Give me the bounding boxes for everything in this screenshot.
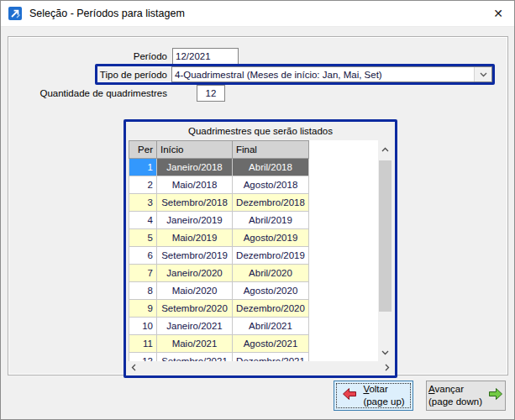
- cell-final[interactable]: Agosto/2019: [233, 229, 309, 247]
- cell-inicio[interactable]: Maio/2018: [157, 176, 233, 194]
- cell-per[interactable]: 1: [129, 159, 157, 176]
- cell-final[interactable]: Agosto/2020: [233, 282, 309, 300]
- periodo-input[interactable]: [172, 48, 239, 65]
- quadrimestres-panel: Quadrimestres que serão listados Per Iní…: [123, 119, 397, 378]
- back-arrow-icon: [342, 387, 357, 404]
- vertical-scrollbar[interactable]: [378, 140, 392, 361]
- cell-final[interactable]: Agosto/2018: [233, 176, 309, 194]
- horizontal-scrollbar[interactable]: [129, 361, 392, 374]
- cell-per[interactable]: 7: [129, 265, 157, 282]
- avancar-button[interactable]: Avançar (page down): [426, 381, 506, 411]
- content-frame: Período Tipo de período 4-Quadrimestral …: [8, 36, 508, 375]
- table-body: 1Janeiro/2018Abril/20182Maio/2018Agosto/…: [129, 159, 309, 361]
- cell-inicio[interactable]: Setembro/2021: [157, 353, 233, 361]
- voltar-sublabel: (page up): [363, 396, 404, 408]
- quantidade-input[interactable]: [197, 85, 225, 102]
- forward-arrow-icon: [488, 387, 503, 404]
- table-row[interactable]: 5Maio/2019Agosto/2019: [129, 229, 309, 247]
- cell-per[interactable]: 5: [129, 229, 157, 247]
- periodo-label: Período: [8, 48, 167, 65]
- tipo-periodo-dropdown[interactable]: 4-Quadrimestral (Meses de início: Jan, M…: [171, 66, 492, 82]
- grid-header: Per Início Final: [129, 140, 309, 159]
- cell-inicio[interactable]: Maio/2020: [157, 282, 233, 300]
- cell-inicio[interactable]: Setembro/2019: [157, 247, 233, 265]
- dialog-selecao-periodos: Seleção - Períodos para listagem ✕ Perío…: [0, 0, 515, 420]
- table-row[interactable]: 2Maio/2018Agosto/2018: [129, 176, 309, 194]
- window-title: Seleção - Períodos para listagem: [29, 8, 185, 19]
- chevron-down-icon[interactable]: [474, 67, 491, 81]
- tipo-periodo-label: Tipo de período: [97, 70, 171, 80]
- table-row[interactable]: 11Maio/2021Agosto/2021: [129, 335, 309, 353]
- app-chart-icon: [8, 7, 22, 20]
- cell-final[interactable]: Abril/2020: [233, 265, 309, 282]
- cell-inicio[interactable]: Setembro/2018: [157, 194, 233, 212]
- cell-per[interactable]: 10: [129, 318, 157, 335]
- grid-clip: Per Início Final 1Janeiro/2018Abril/2018…: [129, 140, 378, 361]
- scroll-down-icon[interactable]: [378, 345, 392, 360]
- table-row[interactable]: 9Setembro/2020Dezembro/2020: [129, 300, 309, 318]
- cell-per[interactable]: 12: [129, 353, 157, 361]
- cell-inicio[interactable]: Maio/2019: [157, 229, 233, 247]
- cell-final[interactable]: Dezembro/2018: [233, 194, 309, 212]
- voltar-button[interactable]: Voltar (page up): [334, 381, 413, 411]
- cell-inicio[interactable]: Janeiro/2020: [157, 265, 233, 282]
- col-header-per[interactable]: Per: [129, 140, 157, 159]
- cell-per[interactable]: 4: [129, 212, 157, 229]
- cell-final[interactable]: Abril/2018: [233, 159, 309, 176]
- quantidade-label: Quantidade de quadrimestres: [8, 85, 167, 102]
- avancar-sublabel: (page down): [428, 396, 482, 408]
- titlebar: Seleção - Períodos para listagem ✕: [1, 1, 514, 27]
- cell-final[interactable]: Abril/2021: [233, 318, 309, 335]
- col-header-inicio[interactable]: Início: [157, 140, 233, 159]
- grid-viewport: Per Início Final 1Janeiro/2018Abril/2018…: [129, 140, 392, 361]
- cell-per[interactable]: 8: [129, 282, 157, 300]
- scroll-up-icon[interactable]: [378, 142, 392, 156]
- table-row[interactable]: 4Janeiro/2019Abril/2019: [129, 212, 309, 229]
- table-row[interactable]: 3Setembro/2018Dezembro/2018: [129, 194, 309, 212]
- cell-final[interactable]: Agosto/2021: [233, 335, 309, 353]
- cell-per[interactable]: 2: [129, 176, 157, 194]
- vertical-scroll-thumb[interactable]: [379, 160, 392, 312]
- cell-final[interactable]: Dezembro/2019: [233, 247, 309, 265]
- table-row[interactable]: 8Maio/2020Agosto/2020: [129, 282, 309, 300]
- tipo-periodo-value: 4-Quadrimestral (Meses de início: Jan, M…: [172, 67, 474, 81]
- table-row[interactable]: 6Setembro/2019Dezembro/2019: [129, 247, 309, 265]
- table-row[interactable]: 1Janeiro/2018Abril/2018: [129, 159, 309, 176]
- periods-grid: Per Início Final 1Janeiro/2018Abril/2018…: [129, 140, 309, 361]
- cell-final[interactable]: Abril/2019: [233, 212, 309, 229]
- cell-per[interactable]: 6: [129, 247, 157, 265]
- cell-inicio[interactable]: Setembro/2020: [157, 300, 233, 318]
- cell-inicio[interactable]: Maio/2021: [157, 335, 233, 353]
- table-row[interactable]: 12Setembro/2021Dezembro/2021: [129, 353, 309, 361]
- col-header-final[interactable]: Final: [233, 140, 309, 159]
- avancar-label: Avançar: [428, 383, 464, 396]
- scroll-left-icon[interactable]: [131, 364, 136, 371]
- scroll-right-icon[interactable]: [385, 364, 390, 371]
- voltar-label: Voltar: [363, 383, 387, 396]
- cell-per[interactable]: 11: [129, 335, 157, 353]
- close-icon[interactable]: ✕: [482, 1, 514, 26]
- table-row[interactable]: 7Janeiro/2020Abril/2020: [129, 265, 309, 282]
- cell-final[interactable]: Dezembro/2020: [233, 300, 309, 318]
- cell-per[interactable]: 9: [129, 300, 157, 318]
- tipo-periodo-row-highlight: Tipo de período 4-Quadrimestral (Meses d…: [95, 64, 495, 85]
- cell-inicio[interactable]: Janeiro/2021: [157, 318, 233, 335]
- table-row[interactable]: 10Janeiro/2021Abril/2021: [129, 318, 309, 335]
- cell-inicio[interactable]: Janeiro/2019: [157, 212, 233, 229]
- cell-inicio[interactable]: Janeiro/2018: [157, 159, 233, 176]
- cell-final[interactable]: Dezembro/2021: [233, 353, 309, 361]
- cell-per[interactable]: 3: [129, 194, 157, 212]
- panel-title: Quadrimestres que serão listados: [126, 122, 395, 140]
